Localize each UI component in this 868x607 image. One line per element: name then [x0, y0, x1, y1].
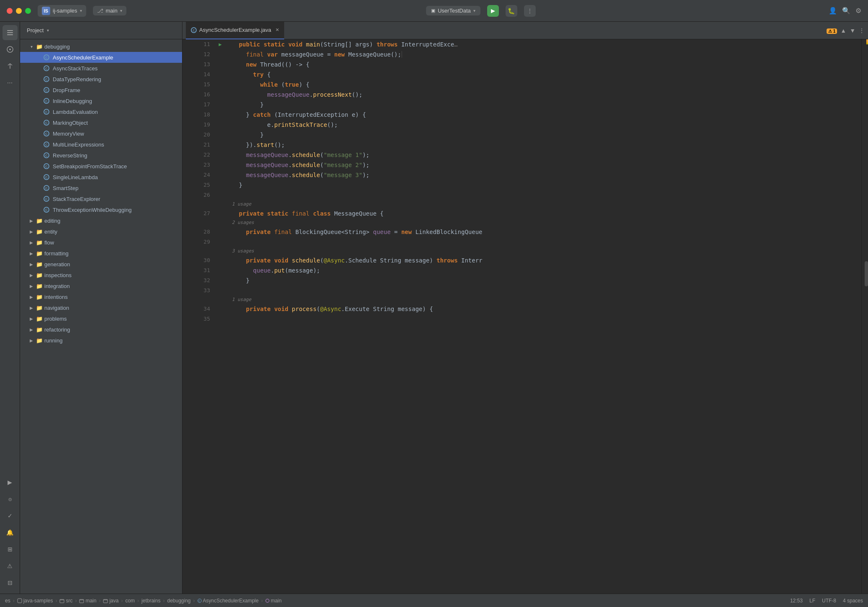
- search-icon[interactable]: 🔍: [842, 7, 850, 15]
- sidebar-item-plugins[interactable]: ⊞: [3, 542, 18, 557]
- breadcrumb-debugging[interactable]: debugging: [167, 598, 190, 604]
- code-line-20: }: [232, 130, 855, 140]
- sidebar-item-more[interactable]: ···: [3, 75, 18, 90]
- tree-file-reversestring[interactable]: ReverseString: [20, 150, 182, 161]
- profile-icon[interactable]: 👤: [829, 7, 837, 15]
- breadcrumb: es › java-samples › src › main › java › …: [5, 598, 282, 604]
- breadcrumb-es[interactable]: es: [5, 598, 10, 604]
- tree-file-asyncstacktraces[interactable]: AsyncStackTraces: [20, 63, 182, 74]
- folder-icon: 📁: [36, 239, 43, 246]
- tab-options-icon[interactable]: ⋮: [859, 27, 865, 34]
- tree-file-markingobject[interactable]: MarkingObject: [20, 117, 182, 128]
- tree-file-multilineexpressions[interactable]: MultiLineExpressions: [20, 139, 182, 150]
- tree-folder-flow[interactable]: ▶ 📁 flow: [20, 237, 182, 248]
- file-label-stacktraceexplorer: StackTraceExplorer: [53, 196, 100, 202]
- sidebar-item-run[interactable]: ▶: [3, 475, 18, 490]
- tab-close-button[interactable]: ✕: [275, 27, 279, 33]
- tree-file-lambdaevaluation[interactable]: LambdaEvaluation: [20, 106, 182, 117]
- line-separator[interactable]: LF: [809, 598, 815, 604]
- debugging-chevron-icon: ▾: [28, 44, 34, 49]
- tree-folder-inspections[interactable]: ▶ 📁 inspections: [20, 270, 182, 280]
- sidebar-item-git[interactable]: [3, 59, 18, 74]
- sidebar-item-notifications[interactable]: 🔔: [3, 525, 18, 540]
- breadcrumb-java-samples[interactable]: java-samples: [17, 598, 53, 604]
- code-content[interactable]: public static void main(String[] args) t…: [225, 39, 861, 594]
- run-indicator-11[interactable]: ▶: [215, 39, 225, 49]
- indent-settings[interactable]: 4 spaces: [843, 598, 863, 604]
- nav-down-icon[interactable]: ▼: [850, 27, 855, 34]
- tree-folder-generation[interactable]: ▶ 📁 generation: [20, 259, 182, 270]
- integration-chevron-icon: ▶: [28, 283, 34, 289]
- titlebar-right: 👤 🔍 ⚙: [829, 7, 861, 15]
- usage-hint-30: 3 usages: [232, 247, 855, 255]
- scroll-thumb[interactable]: [865, 261, 868, 286]
- terminal-icon: ⊟: [8, 579, 13, 586]
- tab-asyncschedulerexample[interactable]: AsyncSchedulerExample.java ✕: [186, 22, 284, 39]
- line-numbers: 11 12 13 14 15 16 17 18 19 20 21 22 23 2…: [191, 39, 215, 594]
- refactoring-folder-label: refactoring: [44, 327, 70, 333]
- project-selector[interactable]: IS ij-samples ▾: [38, 5, 86, 17]
- tree-folder-entity[interactable]: ▶ 📁 entity: [20, 226, 182, 237]
- run-config-selector[interactable]: ▣ UserTestData ▾: [426, 6, 480, 15]
- tree-file-dropframe[interactable]: DropFrame: [20, 85, 182, 95]
- tree-file-datatyperendering[interactable]: DataTypeRendering: [20, 74, 182, 85]
- encoding[interactable]: UTF-8: [822, 598, 836, 604]
- sidebar-item-bookmarks[interactable]: [3, 42, 18, 57]
- tree-folder-problems[interactable]: ▶ 📁 problems: [20, 313, 182, 324]
- run-button[interactable]: ▶: [487, 5, 499, 17]
- breadcrumb-class[interactable]: C AsyncSchedulerExample: [198, 598, 259, 604]
- tree-file-inlinedebugging[interactable]: InlineDebugging: [20, 95, 182, 106]
- settings-icon[interactable]: ⚙: [855, 7, 861, 15]
- plugins-icon: ⊞: [8, 546, 13, 553]
- sidebar-item-terminal[interactable]: ⊟: [3, 575, 18, 590]
- breadcrumb-method[interactable]: main: [265, 598, 282, 604]
- svg-point-12: [266, 599, 269, 602]
- tree-file-memoryview[interactable]: MemoryView: [20, 128, 182, 139]
- breadcrumb-src[interactable]: src: [59, 598, 72, 604]
- debug-button[interactable]: 🐛: [506, 5, 517, 17]
- file-label-dropframe: DropFrame: [53, 87, 80, 93]
- class-icon: [44, 185, 49, 191]
- tree-folder-formatting[interactable]: ▶ 📁 formatting: [20, 248, 182, 259]
- tree-folder-running[interactable]: ▶ 📁 running: [20, 335, 182, 346]
- breadcrumb-jetbrains[interactable]: jetbrains: [141, 598, 160, 604]
- breadcrumb-main[interactable]: main: [79, 598, 96, 604]
- more-actions-button[interactable]: ⋮: [524, 5, 536, 17]
- code-line-31: queue.put(message);: [232, 265, 855, 275]
- maximize-button[interactable]: [25, 8, 31, 14]
- tree-folder-intentions[interactable]: ▶ 📁 intentions: [20, 291, 182, 302]
- nav-up-icon[interactable]: ▲: [840, 27, 846, 34]
- entity-chevron-icon: ▶: [28, 229, 34, 234]
- tree-file-singlelinelambda[interactable]: SingleLineLambda: [20, 172, 182, 183]
- class-icon: [44, 141, 49, 147]
- minimize-button[interactable]: [16, 8, 22, 14]
- sidebar-item-todo[interactable]: ✓: [3, 508, 18, 523]
- sidebar-item-problems[interactable]: ⚠: [3, 558, 18, 574]
- scroll-bar[interactable]: [861, 39, 868, 594]
- tree-folder-debugging[interactable]: ▾ 📁 debugging: [20, 41, 182, 52]
- tree-folder-refactoring[interactable]: ▶ 📁 refactoring: [20, 324, 182, 335]
- breadcrumb-com[interactable]: com: [125, 598, 135, 604]
- line-number-32: 32: [191, 275, 215, 285]
- module-icon: [17, 598, 22, 603]
- class-icon: [44, 120, 49, 126]
- branch-selector[interactable]: ⎇ main ▾: [93, 6, 126, 15]
- sidebar-item-project[interactable]: [3, 25, 18, 40]
- tree-folder-editing[interactable]: ▶ 📁 editing: [20, 215, 182, 226]
- main-layout: ··· ▶ ⌾ ✓ 🔔 ⊞ ⚠ ⊟ Project ▾: [0, 22, 868, 594]
- tree-file-setbreakpointfromstacktrace[interactable]: SetBreakpointFromStackTrace: [20, 161, 182, 172]
- tree-folder-navigation[interactable]: ▶ 📁 navigation: [20, 302, 182, 313]
- tree-file-stacktraceexplorer[interactable]: StackTraceExplorer: [20, 193, 182, 204]
- tree-file-smartstep[interactable]: SmartStep: [20, 183, 182, 193]
- close-button[interactable]: [7, 8, 13, 14]
- cursor-position[interactable]: 12:53: [790, 598, 803, 604]
- tab-bar-actions: ⚠ 1 ▲ ▼ ⋮: [827, 27, 865, 34]
- run-spacer-22: [215, 150, 225, 160]
- run-gutter: ▶: [215, 39, 225, 594]
- tree-folder-integration[interactable]: ▶ 📁 integration: [20, 280, 182, 291]
- sidebar-item-debug[interactable]: ⌾: [3, 491, 18, 507]
- breadcrumb-java[interactable]: java: [103, 598, 118, 604]
- tree-file-throwexceptionwhiledebugging[interactable]: ThrowExceptionWhileDebugging: [20, 204, 182, 215]
- tree-file-asyncschedulerexample[interactable]: AsyncSchedulerExample: [20, 52, 182, 63]
- project-header-chevron-icon: ▾: [47, 28, 49, 33]
